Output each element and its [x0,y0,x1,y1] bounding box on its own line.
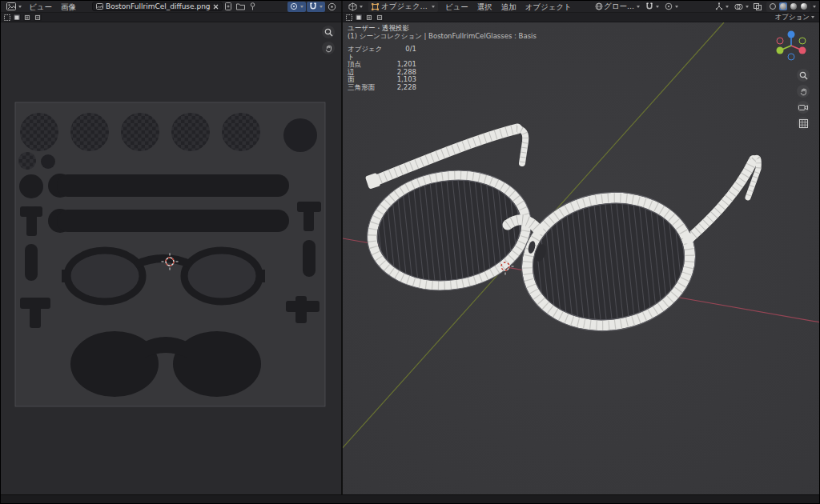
pan-hand-icon[interactable] [322,42,335,54]
xray-toggle-icon[interactable] [754,3,762,10]
chevron-down-icon [18,6,22,8]
viewport-shading-group [766,2,810,12]
transform-orientation-button[interactable]: グロー... [593,2,642,12]
proportional-editing-icon [665,2,673,10]
blender-window: ビュー 画像 BostonFullrimCel_diffuse.png [0,0,820,504]
chevron-down-icon [637,6,640,8]
image-editor-icon [6,2,16,11]
menu-view[interactable]: ビュー [25,1,56,13]
shading-dropdown-icon[interactable] [813,6,816,8]
status-bar [1,494,819,503]
pivot-icon [290,2,298,10]
orientation-label: グロー... [604,2,634,12]
shading-wireframe-button[interactable] [769,2,777,10]
magnet-icon [645,2,653,10]
select-box-tool-icon[interactable] [4,14,10,21]
select-mode-new-icon[interactable] [355,14,363,21]
uv-viewport[interactable] [1,22,341,494]
menu-add[interactable]: 追加 [497,1,521,13]
chevron-down-icon [726,6,729,8]
uv-image-editor: ビュー 画像 BostonFullrimCel_diffuse.png [1,1,343,494]
snap-toggle-button[interactable] [307,2,325,12]
chevron-down-icon [432,6,435,8]
menu-view[interactable]: ビュー [441,1,472,13]
uv-texture-canvas[interactable] [1,22,341,494]
select-mode-extend-icon[interactable] [23,14,31,21]
open-image-icon[interactable] [236,3,245,10]
viewport-tool-header: オプション [343,13,819,22]
show-overlays-button[interactable] [732,2,751,12]
viewport-3d[interactable]: ユーザー・透視投影 (1) シーンコレクション | BostonFullrimC… [343,22,819,494]
unlink-image-icon[interactable] [213,4,219,10]
mode-selector-button[interactable]: オブジェク... [368,2,438,12]
options-label: オプション [775,13,810,22]
orthographic-toggle-icon[interactable] [797,117,810,130]
gizmo-x-axis[interactable] [799,47,806,54]
editor-type-button[interactable] [346,2,365,12]
pan-hand-icon[interactable] [797,85,810,98]
camera-view-icon[interactable] [797,101,810,114]
shading-solid-button[interactable] [779,2,787,10]
gizmo-icon [715,2,723,10]
gizmo-x-neg[interactable] [777,38,783,44]
select-mode-extend-icon[interactable] [365,14,373,21]
editor-panes: ビュー 画像 BostonFullrimCel_diffuse.png [1,1,819,494]
shading-material-button[interactable] [790,2,798,10]
zoom-icon[interactable] [322,26,335,38]
editor-type-button[interactable] [4,2,24,12]
pivot-point-button[interactable] [287,2,306,12]
chevron-down-icon [746,6,749,8]
select-mode-subtract-icon[interactable] [376,14,384,21]
globe-icon [595,2,603,10]
chevron-down-icon [656,6,659,8]
mode-label: オブジェク... [381,2,428,12]
show-gizmo-button[interactable] [713,2,731,12]
pin-image-icon[interactable] [249,2,256,10]
viewport-3d-editor: オブジェク... ビュー 選択 追加 オブジェクト グロー... [343,1,819,494]
menu-select[interactable]: 選択 [473,1,496,13]
object-mode-icon [372,3,379,10]
zoom-icon[interactable] [797,69,810,82]
shading-rendered-button[interactable] [800,2,808,10]
gizmo-z-neg[interactable] [788,54,794,60]
select-mode-subtract-icon[interactable] [34,14,42,21]
scene-canvas[interactable] [343,22,819,494]
chevron-down-icon [811,16,814,18]
gizmo-z-axis[interactable] [788,31,795,38]
magnet-icon [309,2,317,10]
proportional-editing-icon[interactable] [328,2,336,11]
proportional-editing-button[interactable] [662,2,681,12]
browse-image-icon[interactable] [96,3,103,10]
overlays-icon [734,3,743,10]
menu-object[interactable]: オブジェクト [521,1,576,13]
navigation-gizmo[interactable] [773,27,810,64]
new-image-icon[interactable] [225,2,232,10]
viewport-view-controls [797,69,810,130]
menu-image[interactable]: 画像 [57,1,80,13]
viewport-3d-icon [348,2,357,11]
uv-tool-header [1,13,341,22]
select-box-tool-icon[interactable] [346,14,352,21]
gizmo-y-neg[interactable] [799,38,806,44]
chevron-down-icon [360,6,363,8]
select-mode-new-icon[interactable] [13,14,21,21]
snap-button[interactable] [643,2,661,12]
uv-editor-header: ビュー 画像 BostonFullrimCel_diffuse.png [1,1,341,13]
chevron-down-icon [320,6,323,8]
hinge [683,233,694,244]
options-dropdown-button[interactable]: オプション [775,13,817,22]
gizmo-y-axis[interactable] [777,47,784,54]
image-datablock[interactable]: BostonFullrimCel_diffuse.png [92,2,223,11]
image-name: BostonFullrimCel_diffuse.png [106,2,211,10]
uv-view-controls [322,26,335,54]
viewport-header: オブジェク... ビュー 選択 追加 オブジェクト グロー... [343,1,819,13]
chevron-down-icon [675,6,678,8]
chevron-down-icon [300,6,303,8]
